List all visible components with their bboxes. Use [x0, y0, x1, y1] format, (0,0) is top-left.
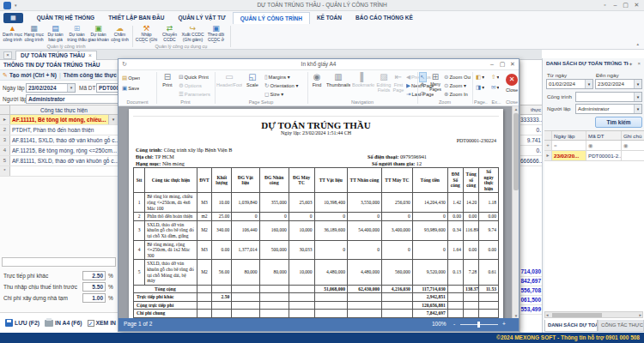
parameters-button[interactable]: ☰Parameters [179, 90, 213, 99]
new-button[interactable]: Tạo mới (Ctrl + N) [9, 72, 57, 78]
ribbon-tab[interactable]: BÁO CÁO THỐNG KÊ [349, 12, 420, 24]
ribbon-button[interactable]: ↪ Xuất CCDC (Ghi giảm) [181, 24, 204, 43]
dialog-maximize-icon[interactable]: ▢ [498, 61, 507, 68]
scrollbar-thumb[interactable] [552, 313, 602, 317]
panel-close-icon[interactable]: × [637, 61, 641, 66]
editing-fields-button[interactable]: ▨ Editing Fields [376, 72, 392, 93]
filter-abc-icon[interactable]: ◉ [622, 141, 644, 150]
find-button[interactable]: ◉ Find [309, 72, 325, 87]
percent-input[interactable]: 5.50 [82, 282, 106, 292]
filter-equals-icon[interactable]: = [552, 141, 586, 150]
scroll-left-icon[interactable]: ◂ [546, 312, 549, 318]
first-page-button[interactable]: ⇤ First Page [392, 72, 405, 93]
options-button[interactable]: ⚙Options [179, 81, 213, 90]
zoom-plus-button[interactable]: + [502, 321, 506, 327]
scale-button[interactable]: ◱ Scale [244, 72, 261, 87]
thumbnails-button[interactable]: ▥ Thumbnails [326, 72, 350, 87]
task-row-new[interactable]: * [0, 166, 118, 177]
ribbon-tab[interactable]: KẾ TOÁN [310, 12, 349, 24]
tab-danh-sach-du-toan[interactable]: DANH SÁCH DỰ TOÁN ... [544, 320, 598, 332]
notes-field[interactable] [2, 257, 116, 267]
page-color-button[interactable]: ◧▾ [476, 73, 484, 81]
zoom-slider-thumb[interactable] [477, 322, 480, 328]
bookmarks-button[interactable]: ▌ Bookmarks [352, 72, 374, 87]
ribbon-button[interactable]: ▣ Theo dõi CCDC ở đâu [204, 24, 228, 43]
estimate-list-row[interactable]: ▸ 23/02/20... PDT00001-2... [544, 151, 644, 161]
task-row[interactable]: 5 AF.81111, SXLD, tháo dỡ ván khuôn gỗ c… [0, 156, 118, 166]
export-button[interactable]: ⇧▾ [491, 73, 499, 81]
watermark-button[interactable]: ◨▾ [476, 83, 484, 92]
quick-print-button[interactable]: ⊟Quick Print [179, 73, 213, 81]
ribbon-button[interactable]: ⇄ Chuyển CCDC [158, 24, 181, 43]
app-menu-button[interactable]: ▦ [3, 13, 23, 23]
document-tab-active[interactable]: DỰ TOÁN TRÚNG THẦU× [15, 51, 97, 60]
tab-close-icon[interactable]: × [88, 52, 92, 58]
dialog-close-icon[interactable]: ✕ [508, 61, 517, 68]
scroll-right-icon[interactable]: ▸ [639, 312, 641, 318]
ribbon-collapse-icon[interactable]: ▴ [636, 41, 639, 46]
tab-strip-close-icon[interactable]: × [3, 51, 12, 59]
print-a4-button[interactable]: IN A4 (F6) [45, 320, 82, 327]
ribbon-button[interactable]: ▲ Danh mục công trình [2, 24, 23, 43]
filter-abc-icon[interactable]: ◉ [586, 141, 622, 150]
col-ghi-chu[interactable]: Ghi chú [622, 131, 644, 140]
nguoi-lap-field[interactable]: Administrator [26, 94, 122, 104]
save-button[interactable]: ▣Save [122, 84, 139, 93]
scroll-up-icon[interactable]: ▲ [513, 107, 519, 111]
window-style-icon[interactable]: ▫ [600, 2, 610, 8]
ribbon-tab-active[interactable]: QUẢN LÝ CÔNG TRÌNH [233, 12, 310, 24]
chevron-down-icon[interactable]: ▾ [585, 80, 592, 88]
ribbon-button[interactable]: ☁ Chấm công tính lương [109, 24, 131, 43]
preview-surface[interactable]: DỰ TOÁN TRÚNG THẦU Ngày lập: 23/02/2024 … [118, 106, 512, 319]
magnifier-button[interactable]: ⊙ [419, 89, 427, 98]
save-button[interactable]: LƯU (F2) [5, 319, 39, 327]
hand-tool-button[interactable]: ❖ [419, 81, 427, 89]
zoom-button[interactable]: ⊙Zoom ▾ [444, 81, 471, 90]
scrollbar-thumb[interactable] [513, 113, 519, 190]
window-maximize-icon[interactable]: ▢ [621, 2, 630, 9]
open-button[interactable]: ▤Open [122, 74, 140, 82]
tab-cong-tac-thuc-hien[interactable]: CÔNG TÁC THỰC HIỆN [598, 320, 644, 332]
add-task-button[interactable]: Thêm công tác thực hiện [64, 72, 118, 78]
margins-button[interactable]: ▯Margins ▾ [264, 73, 304, 81]
window-minimize-icon[interactable]: – [611, 2, 620, 8]
chevron-down-icon[interactable]: ▾ [634, 93, 641, 101]
ribbon-tab[interactable]: QUẢN TRỊ HỆ THỐNG [30, 12, 102, 24]
email-button[interactable]: ✉▾ [491, 83, 499, 92]
print-button[interactable]: ⊟ Print [158, 72, 177, 87]
search-button[interactable]: Tìm kiếm [595, 117, 642, 128]
nguoi-lap-field[interactable]: Administrator ▾ [575, 104, 642, 114]
percent-input[interactable]: 2.50 [82, 271, 106, 280]
zoom-minus-button[interactable]: - [453, 321, 455, 327]
chevron-down-icon[interactable]: ▾ [634, 105, 641, 113]
chevron-down-icon[interactable]: ▾ [634, 80, 641, 88]
dialog-minimize-icon[interactable]: – [488, 61, 496, 67]
ngay-lap-field[interactable]: 23/02/2024 ▾ [26, 83, 76, 93]
ribbon-button[interactable]: ▣ Dự toán giao khoán [88, 24, 109, 43]
den-ngay-field[interactable]: 23/02/2024 ▾ [595, 79, 642, 89]
ribbon-tab[interactable]: QUẢN LÝ VẬT TƯ [171, 12, 232, 24]
orientation-button[interactable]: ↻Orientation ▾ [264, 81, 304, 90]
horizontal-scrollbar[interactable]: ◂ ▸ [544, 311, 643, 318]
zoom-in-button[interactable]: ⊕Zoom In [444, 90, 471, 99]
ribbon-tab[interactable]: THIẾT LẬP BAN ĐẦU [101, 12, 171, 24]
col-ngay-lap[interactable]: Ngày lập [552, 131, 586, 140]
task-row[interactable]: 2 PTDHT, Phần thô đến hoàn thiện [0, 125, 118, 135]
filter-row[interactable]: + = ◉ ◉ [544, 141, 644, 151]
ribbon-button[interactable]: ▦ Hạng mục công trình [23, 24, 45, 43]
window-close-icon[interactable]: ✕ [632, 2, 641, 9]
task-row-selected[interactable]: ▸ AF.11111, Bê tông lót móng, chiều... ▾ [0, 115, 118, 125]
task-row[interactable]: 4 AF.11215, Bê tông móng, rộng <=250cm..… [0, 146, 118, 156]
tu-ngay-field[interactable]: 01/02/2024 ▾ [546, 79, 593, 89]
zoom-out-button[interactable]: ⊖Zoom Out [444, 73, 471, 81]
ribbon-button[interactable]: ⊞ Dự toán trúng thầu [66, 24, 88, 43]
col-ma-dt[interactable]: Mã DT [586, 131, 622, 140]
combo-dropdown-icon[interactable]: ▾ [108, 115, 118, 124]
ribbon-button[interactable]: ⚒ Nhập CCDC (Ghi tăng) [135, 24, 158, 43]
chevron-down-icon[interactable]: ▾ [67, 84, 75, 92]
header-footer-button[interactable]: ▭ Header/Footer [216, 72, 242, 87]
pin-icon[interactable]: ✦ [629, 61, 633, 67]
cong-trinh-field[interactable]: ▾ [575, 92, 642, 102]
percent-input[interactable]: 1.00 [82, 293, 106, 303]
size-button[interactable]: ◻Size ▾ [264, 90, 304, 99]
